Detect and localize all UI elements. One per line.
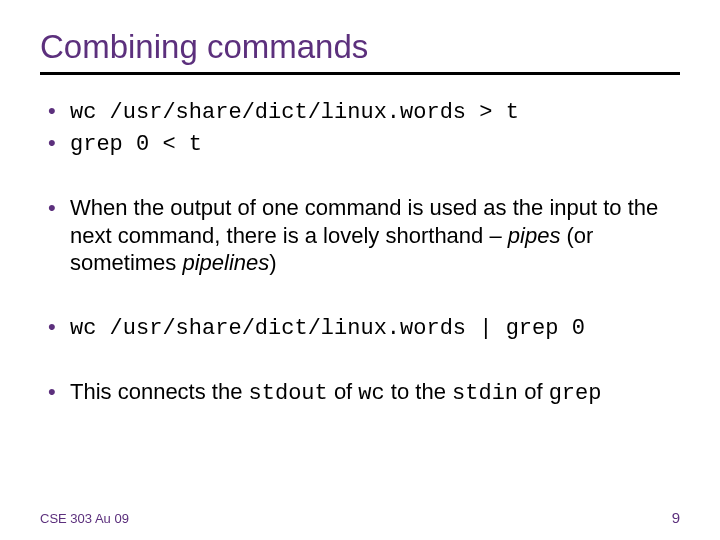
code-line: grep 0 < t [70, 132, 202, 157]
text: of [328, 379, 359, 404]
text: of [518, 379, 549, 404]
footer: CSE 303 Au 09 9 [40, 509, 680, 526]
bullet-list: When the output of one command is used a… [40, 194, 680, 277]
text: to the [385, 379, 452, 404]
slide: Combining commands wc /usr/share/dict/li… [0, 0, 720, 540]
code-inline: wc [358, 381, 384, 406]
bullet-list: wc /usr/share/dict/linux.words | grep 0 [40, 313, 680, 343]
spacer [40, 279, 680, 313]
text: This connects the [70, 379, 249, 404]
list-item: wc /usr/share/dict/linux.words > t [40, 97, 680, 127]
code-line: wc /usr/share/dict/linux.words | grep 0 [70, 316, 585, 341]
footer-course: CSE 303 Au 09 [40, 511, 129, 526]
list-item: grep 0 < t [40, 129, 680, 159]
list-item: This connects the stdout of wc to the st… [40, 378, 680, 408]
code-line: wc /usr/share/dict/linux.words > t [70, 100, 519, 125]
list-item: wc /usr/share/dict/linux.words | grep 0 [40, 313, 680, 343]
text: ) [269, 250, 276, 275]
code-inline: grep [549, 381, 602, 406]
title-underline [40, 72, 680, 75]
page-title: Combining commands [40, 28, 680, 66]
code-inline: stdin [452, 381, 518, 406]
text-italic: pipelines [182, 250, 269, 275]
text-italic: pipes [508, 223, 561, 248]
spacer [40, 160, 680, 194]
bullet-list: wc /usr/share/dict/linux.words > t grep … [40, 97, 680, 158]
code-inline: stdout [249, 381, 328, 406]
spacer [40, 344, 680, 378]
list-item: When the output of one command is used a… [40, 194, 680, 277]
bullet-list: This connects the stdout of wc to the st… [40, 378, 680, 408]
footer-page-number: 9 [672, 509, 680, 526]
